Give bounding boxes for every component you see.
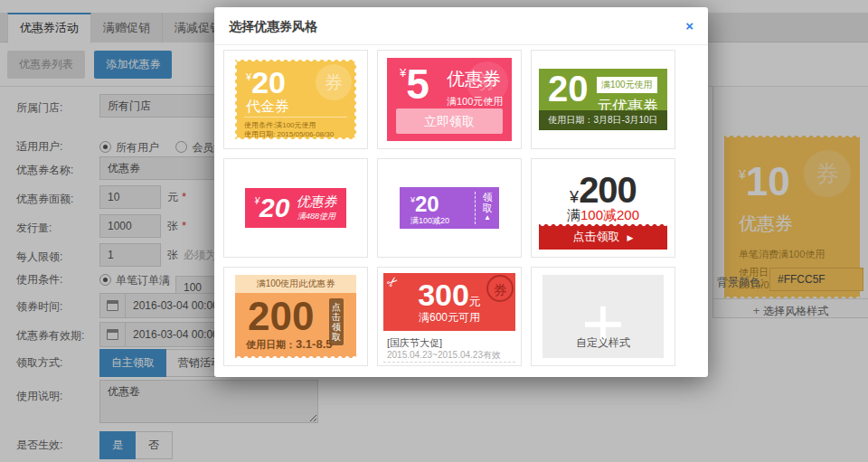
coupon-date: 使用日期：3月8日-3月10日: [539, 110, 667, 130]
currency-symbol: ¥: [570, 188, 579, 206]
style-tile-purple[interactable]: ¥20 满100减20 领取 ▲: [377, 158, 522, 258]
coupon-sample: 满100使用此优惠券 200 点击领取 使用日期：3.1-8.5: [235, 275, 356, 358]
style-tile-orange[interactable]: 满100使用此优惠券 200 点击领取 使用日期：3.1-8.5: [223, 267, 368, 366]
style-tile-pink[interactable]: ¥5 优惠券 满100元使用 立即领取 券: [377, 50, 522, 149]
arrow-up-icon: ▲: [476, 213, 499, 222]
coupon-date-label: 使用日期：: [246, 339, 296, 350]
coupon-watermark-icon: 券: [467, 61, 508, 103]
coupon-style-grid: ¥20 代金券 使用条件:满100元使用 使用日期: 2015/05/06-08…: [223, 50, 675, 366]
coupon-name: 优惠券: [296, 193, 336, 211]
coupon-validity: 2015.04.23~2015.04.23有效: [387, 349, 501, 362]
coupon-amount: 20: [251, 65, 286, 99]
coupon-condition: 满100减20: [410, 215, 475, 227]
modal-title: 选择优惠券风格: [214, 7, 708, 45]
coupon-amount: 5: [406, 61, 429, 108]
claim-label: 领取: [482, 192, 493, 213]
coupon-condition: 100减200: [580, 207, 639, 222]
coupon-date: 3.1-8.5: [296, 337, 332, 351]
coupon-amount: 20: [259, 193, 289, 222]
close-icon[interactable]: ×: [685, 7, 693, 45]
wavy-edge: [383, 362, 515, 363]
custom-style-label: 自定义样式: [542, 335, 664, 351]
coupon-amount: 20: [415, 192, 439, 216]
style-tile-green[interactable]: 20 满100元使用 元优惠券 使用日期：3月8日-3月10日: [531, 50, 675, 149]
coupon-watermark-icon: 券: [316, 64, 352, 100]
arrow-right-icon: ▶: [627, 233, 634, 242]
coupon-amount: 20: [548, 69, 589, 109]
coupon-condition: 满488使用: [296, 211, 336, 222]
coupon-amount: 200: [579, 170, 637, 210]
coupon-amount: 200: [248, 297, 314, 336]
style-tile-white-red[interactable]: ¥200 满100减200 点击领取▶: [531, 158, 675, 258]
coupon-date: 使用日期: 2015/05/06-08/30: [244, 129, 334, 139]
coupon-campaign-title: [国庆节大促]: [387, 336, 442, 350]
coupon-name: 代金券: [246, 98, 289, 117]
style-tile-custom[interactable]: + 自定义样式: [531, 267, 675, 366]
coupon-sample: ✂ 300元 满600元可用 券: [383, 273, 515, 331]
style-tile-red-block[interactable]: ✂ 300元 满600元可用 券 [国庆节大促] 2015.04.23~2015…: [377, 267, 522, 366]
claim-now-button: 立即领取: [396, 108, 503, 134]
coupon-sample: ¥5 优惠券 满100元使用 立即领取 券: [387, 58, 512, 141]
coupon-sample: 20 满100元使用 元优惠券 使用日期：3月8日-3月10日: [539, 69, 667, 130]
style-tile-red-banner[interactable]: ¥20 优惠券 满488使用: [223, 158, 368, 258]
custom-style-box: + 自定义样式: [542, 275, 664, 358]
coupon-condition: 满100使用此优惠券: [235, 275, 356, 293]
coupon-condition: 满600元可用: [383, 310, 515, 325]
click-claim-button: 点击领取▶: [539, 224, 667, 250]
coupon-watermark-icon: 券: [486, 275, 514, 302]
coupon-unit: 元: [469, 295, 481, 308]
coupon-condition-prefix: 满: [567, 207, 580, 222]
coupon-sample: ¥20 满100减20 领取 ▲: [400, 187, 499, 229]
coupon-amount: 300: [418, 278, 469, 312]
coupon-sample: ¥20 优惠券 满488使用: [245, 188, 346, 228]
coupon-condition-badge: 满100元使用: [597, 77, 657, 93]
coupon-style-modal: 选择优惠券风格 × ¥20 代金券 使用条件:满100元使用 使用日期: 201…: [214, 7, 708, 377]
coupon-sample: ¥20 代金券 使用条件:满100元使用 使用日期: 2015/05/06-08…: [235, 60, 356, 139]
style-tile-yellow[interactable]: ¥20 代金券 使用条件:满100元使用 使用日期: 2015/05/06-08…: [223, 50, 368, 149]
coupon-admin-page: 优惠券活动 满赠促销 满减促销 搭配促销 优惠券列表 添加优惠券 所属门店: 所…: [0, 0, 868, 462]
